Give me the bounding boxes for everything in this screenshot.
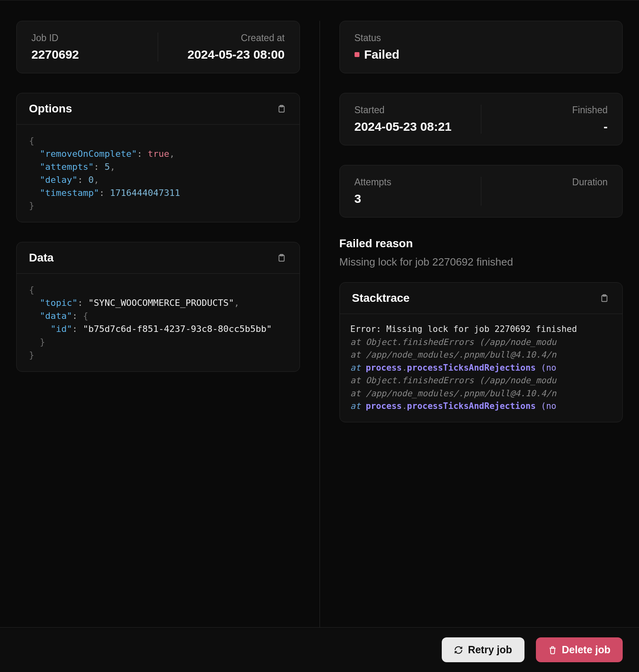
copy-stacktrace-button[interactable] <box>599 292 610 304</box>
timing-card: Started 2024-05-23 08:21 Finished - <box>339 93 623 145</box>
status-indicator-icon <box>355 52 359 57</box>
created-at-value: 2024-05-23 08:00 <box>187 48 285 61</box>
failed-reason-text: Missing lock for job 2270692 finished <box>339 256 623 268</box>
started-label: Started <box>355 105 466 116</box>
options-title: Options <box>29 102 72 115</box>
finished-value: - <box>604 120 608 134</box>
status-card: Status Failed <box>339 21 623 73</box>
job-id-label: Job ID <box>31 33 143 44</box>
job-meta-card: Job ID 2270692 Created at 2024-05-23 08:… <box>16 21 300 73</box>
clipboard-icon <box>277 253 286 262</box>
attempts-card: Attempts 3 Duration <box>339 165 623 217</box>
created-at-label: Created at <box>241 33 284 44</box>
copy-data-button[interactable] <box>276 252 287 264</box>
data-panel: Data { "topic": "SYNC_WOOCOMMERCE_PRODUC… <box>16 242 300 371</box>
status-value: Failed <box>364 48 400 61</box>
delete-job-label: Delete job <box>562 644 610 656</box>
status-label: Status <box>355 33 608 44</box>
footer-actions: Retry job Delete job <box>0 627 639 672</box>
clipboard-icon <box>600 294 609 303</box>
copy-options-button[interactable] <box>276 103 287 114</box>
stacktrace-title: Stacktrace <box>352 292 410 305</box>
delete-job-button[interactable]: Delete job <box>536 637 623 662</box>
finished-label: Finished <box>572 105 608 116</box>
options-panel: Options { "removeOnComplete": true, "att… <box>16 93 300 222</box>
started-value: 2024-05-23 08:21 <box>355 120 466 134</box>
stacktrace-body: Error: Missing lock for job 2270692 fini… <box>340 314 623 422</box>
trash-icon <box>548 646 557 654</box>
attempts-value: 3 <box>355 192 466 206</box>
stacktrace-panel: Stacktrace Error: Missing lock for job 2… <box>339 282 623 422</box>
options-json: { "removeOnComplete": true, "attempts": … <box>17 125 300 222</box>
data-title: Data <box>29 251 54 264</box>
retry-job-button[interactable]: Retry job <box>442 637 524 662</box>
attempts-label: Attempts <box>355 177 466 188</box>
refresh-icon <box>454 646 463 654</box>
duration-label: Duration <box>572 177 608 188</box>
failed-reason-title: Failed reason <box>339 237 623 250</box>
data-json: { "topic": "SYNC_WOOCOMMERCE_PRODUCTS", … <box>17 274 300 371</box>
retry-job-label: Retry job <box>468 644 512 656</box>
job-id-value: 2270692 <box>31 48 143 61</box>
clipboard-icon <box>277 104 286 113</box>
